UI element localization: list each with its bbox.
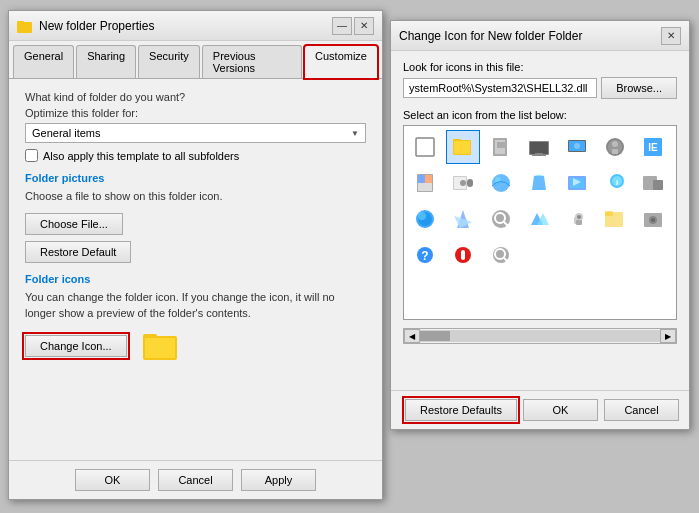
icon-dialog-title: Change Icon for New folder Folder: [399, 29, 582, 43]
folder-pictures-desc: Choose a file to show on this folder ico…: [25, 188, 366, 205]
svg-text:?: ?: [421, 249, 428, 263]
icon-cell-5[interactable]: [598, 130, 632, 164]
path-row: Browse...: [403, 77, 677, 99]
folder-icons-header: Folder icons: [25, 273, 366, 285]
folder-icon-preview: [143, 330, 179, 362]
svg-rect-37: [418, 175, 425, 183]
icon-cell-18[interactable]: [408, 202, 442, 236]
icon-dialog-close-button[interactable]: ✕: [661, 27, 681, 45]
svg-point-42: [460, 180, 466, 186]
change-icon-button[interactable]: Change Icon...: [25, 335, 127, 357]
scroll-left-button[interactable]: ◀: [404, 329, 420, 343]
ok-button[interactable]: OK: [75, 469, 150, 491]
icon-cell-21[interactable]: [522, 202, 556, 236]
template-checkbox[interactable]: [25, 149, 38, 162]
icon-path-input[interactable]: [403, 78, 597, 98]
scroll-thumb[interactable]: [420, 331, 450, 341]
icon-cell-10[interactable]: [446, 166, 480, 200]
svg-point-43: [492, 174, 510, 192]
svg-rect-15: [530, 142, 548, 154]
svg-point-62: [418, 212, 426, 220]
icon-cell-1[interactable]: [446, 130, 480, 164]
svg-rect-5: [416, 138, 434, 156]
main-content: What kind of folder do you want? Optimiz…: [9, 79, 382, 487]
restore-default-button[interactable]: Restore Default: [25, 241, 131, 263]
icon-cell-15[interactable]: [636, 166, 670, 200]
tab-sharing[interactable]: Sharing: [76, 45, 136, 78]
svg-rect-86: [461, 250, 465, 260]
tab-general[interactable]: General: [13, 45, 74, 78]
apply-button[interactable]: Apply: [241, 469, 316, 491]
choose-file-button[interactable]: Choose File...: [25, 213, 123, 235]
svg-rect-4: [145, 338, 175, 358]
icon-cell-2[interactable]: [484, 130, 518, 164]
tab-security[interactable]: Security: [138, 45, 200, 78]
minimize-button[interactable]: —: [332, 17, 352, 35]
folder-icons-desc: You can change the folder icon. If you c…: [25, 289, 366, 322]
icon-cell-20[interactable]: [484, 202, 518, 236]
template-checkbox-label: Also apply this template to all subfolde…: [43, 150, 239, 162]
folder-title-icon: [17, 18, 33, 34]
cancel-button[interactable]: Cancel: [158, 469, 233, 491]
icon-cell-28[interactable]: [446, 238, 480, 272]
icon-cell-27[interactable]: ?: [408, 238, 442, 272]
icon-cell-7[interactable]: [674, 130, 677, 164]
optimize-value: General items: [32, 127, 100, 139]
icon-grid: IE: [404, 126, 676, 276]
svg-point-23: [612, 141, 618, 147]
svg-rect-70: [576, 220, 582, 225]
tab-previous-versions[interactable]: Previous Versions: [202, 45, 302, 78]
icon-cell-13[interactable]: [560, 166, 594, 200]
icon-cell-29[interactable]: [484, 238, 518, 272]
svg-rect-24: [612, 149, 618, 154]
tab-customize[interactable]: Customize: [304, 45, 378, 79]
scroll-track[interactable]: [420, 330, 660, 342]
svg-rect-8: [454, 141, 470, 154]
svg-rect-16: [535, 153, 543, 155]
folder-pictures-header: Folder pictures: [25, 172, 366, 184]
folder-pictures-buttons: Choose File...: [25, 213, 366, 235]
scroll-right-button[interactable]: ▶: [660, 329, 676, 343]
folder-type-question: What kind of folder do you want?: [25, 91, 366, 103]
icon-cell-19[interactable]: [446, 202, 480, 236]
main-bottom-bar: OK Cancel Apply: [9, 460, 382, 499]
svg-rect-52: [653, 180, 663, 190]
svg-text:i: i: [616, 178, 618, 187]
optimize-label: Optimize this folder for:: [25, 107, 366, 119]
close-button[interactable]: ✕: [354, 17, 374, 35]
horizontal-scrollbar[interactable]: ◀ ▶: [403, 328, 677, 344]
icon-cell-22[interactable]: [560, 202, 594, 236]
select-label: Select an icon from the list below:: [403, 109, 677, 121]
icon-cell-23[interactable]: [598, 202, 632, 236]
icon-cell-3[interactable]: [522, 130, 556, 164]
icon-cell-14[interactable]: i: [598, 166, 632, 200]
icon-cell-0[interactable]: [408, 130, 442, 164]
icon-dialog-ok-button[interactable]: OK: [523, 399, 598, 421]
icon-dialog-cancel-button[interactable]: Cancel: [604, 399, 679, 421]
svg-point-20: [574, 143, 580, 149]
icon-dialog-bottom-bar: Restore Defaults OK Cancel: [391, 390, 689, 429]
optimize-dropdown[interactable]: General items ▼: [25, 123, 366, 143]
tab-bar: General Sharing Security Previous Versio…: [9, 41, 382, 79]
icon-cell-6[interactable]: IE: [636, 130, 670, 164]
main-window: New folder Properties — ✕ General Sharin…: [8, 10, 383, 500]
svg-point-71: [577, 215, 581, 219]
icon-grid-container: IE: [403, 125, 677, 320]
svg-point-76: [651, 218, 655, 222]
main-title-bar: New folder Properties — ✕: [9, 11, 382, 41]
icon-cell-12[interactable]: [522, 166, 556, 200]
icon-cell-4[interactable]: [560, 130, 594, 164]
svg-rect-1: [17, 21, 24, 24]
icon-cell-25[interactable]: [674, 202, 677, 236]
dropdown-arrow-icon: ▼: [351, 129, 359, 138]
icon-dialog-title-bar: Change Icon for New folder Folder ✕: [391, 21, 689, 51]
svg-rect-17: [532, 155, 546, 156]
browse-button[interactable]: Browse...: [601, 77, 677, 99]
icon-dialog-content: Look for icons in this file: Browse... S…: [391, 51, 689, 360]
restore-defaults-button[interactable]: Restore Defaults: [405, 399, 517, 421]
icon-cell-11[interactable]: [484, 166, 518, 200]
icon-cell-9[interactable]: [408, 166, 442, 200]
icon-cell-16[interactable]: [674, 166, 677, 200]
icon-cell-24[interactable]: [636, 202, 670, 236]
icon-dialog: Change Icon for New folder Folder ✕ Look…: [390, 20, 690, 430]
